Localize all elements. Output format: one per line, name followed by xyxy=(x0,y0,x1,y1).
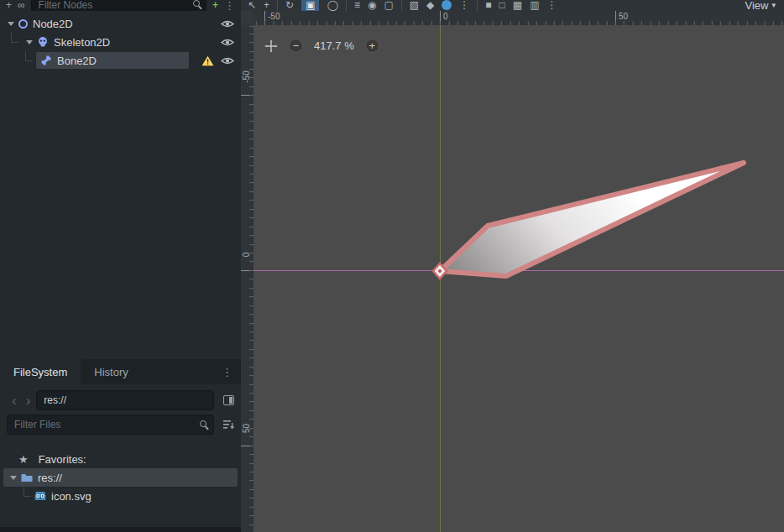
ruler-corner xyxy=(241,11,253,25)
chevron-down-icon[interactable] xyxy=(26,40,33,44)
visibility-eye-icon[interactable] xyxy=(221,19,234,29)
list-select-icon[interactable]: ≡ xyxy=(354,0,360,10)
bone2d-gizmo[interactable] xyxy=(253,25,784,532)
horizontal-ruler[interactable]: -50 0 50 xyxy=(253,11,784,25)
zoom-in-button[interactable]: + xyxy=(365,39,379,53)
instance-scene-icon[interactable]: ∞ xyxy=(18,0,25,10)
pivot-icon[interactable]: ◉ xyxy=(368,0,376,10)
snap-icon[interactable]: ◆ xyxy=(426,0,434,10)
ruler-label: 50 xyxy=(242,416,251,441)
pan-icon[interactable]: ▢ xyxy=(384,0,393,10)
tab-label: History xyxy=(94,366,128,378)
tree-connector xyxy=(24,487,31,497)
view-menu-label: View xyxy=(745,0,769,11)
ruler-label: -50 xyxy=(242,65,251,90)
attach-script-icon[interactable]: + xyxy=(212,0,218,10)
godot-file-icon xyxy=(34,491,46,502)
scene-filter-wrap xyxy=(31,0,206,11)
ungroup-icon[interactable]: ▥ xyxy=(530,0,539,10)
file-filter-input[interactable] xyxy=(7,415,214,435)
ruler-tick xyxy=(440,11,441,25)
node2d-icon xyxy=(18,19,28,29)
scene-filter-input[interactable] xyxy=(31,0,206,11)
skeleton-options-icon[interactable]: ⋮ xyxy=(547,0,557,10)
dock-tabbar: FileSystem History ⋮ xyxy=(0,359,241,384)
snap-options-icon[interactable]: ⋮ xyxy=(459,0,469,10)
godot-editor-window: + ∞ + ⋮ Node2D xyxy=(0,0,784,532)
selected-tool-button[interactable]: ▣ xyxy=(301,0,319,11)
tree-connector xyxy=(25,51,33,61)
tree-row-res[interactable]: res:// xyxy=(3,468,238,487)
node-label: Node2D xyxy=(33,18,73,30)
canvas-row: -50 0 50 xyxy=(241,25,784,532)
scale-tool-icon[interactable]: ◯ xyxy=(327,0,337,10)
ruler-row: -50 0 50 xyxy=(241,11,784,25)
favorites-header: ★ Favorites: xyxy=(0,450,241,468)
warning-icon[interactable] xyxy=(201,55,214,66)
sort-files-icon[interactable] xyxy=(222,420,234,430)
zoom-out-button[interactable]: − xyxy=(289,39,303,53)
viewport-2d: ↖ + ↻ ▣ ◯ ≡ ◉ ▢ ▧ ◆ ⋮ ■ □ ▦ ▥ ⋮ xyxy=(241,0,784,532)
left-dock: + ∞ + ⋮ Node2D xyxy=(0,0,241,532)
file-filter-wrap xyxy=(7,415,214,435)
tree-row-node2d[interactable]: Node2D xyxy=(0,14,241,33)
rotate-tool-icon[interactable]: ↻ xyxy=(285,0,294,10)
tree-row-skeleton2d[interactable]: Skeleton2D xyxy=(0,33,241,51)
ruler-tick xyxy=(615,11,616,25)
vertical-ruler[interactable]: -50 0 50 xyxy=(241,25,253,532)
unlock-icon[interactable]: □ xyxy=(499,0,505,10)
ruler-tick xyxy=(241,270,253,271)
visibility-eye-icon[interactable] xyxy=(221,38,234,47)
visibility-eye-icon[interactable] xyxy=(221,56,234,65)
bottom-panel-edge xyxy=(0,527,241,532)
scene-tree: Node2D Skeleton2D xyxy=(0,11,241,359)
ruler-tick xyxy=(264,11,265,25)
forward-icon[interactable]: › xyxy=(23,394,34,408)
scene-dock-menu-icon[interactable]: ⋮ xyxy=(224,0,235,11)
ruler-mode-icon[interactable]: ▧ xyxy=(410,0,419,10)
toolbar-separator xyxy=(401,0,402,11)
tab-filesystem[interactable]: FileSystem xyxy=(0,359,81,384)
ruler-label: -50 xyxy=(268,12,280,21)
scene-dock-toolbar: + ∞ + ⋮ xyxy=(0,0,241,11)
ruler-label: 0 xyxy=(242,243,251,268)
move-tool-icon[interactable]: + xyxy=(264,0,269,10)
skeleton2d-icon xyxy=(37,36,49,48)
toggle-split-mode-icon[interactable] xyxy=(223,395,234,405)
chevron-down-icon[interactable] xyxy=(10,476,17,480)
add-node-icon[interactable]: + xyxy=(6,0,12,10)
node-label: Skeleton2D xyxy=(54,36,110,49)
bone-shape[interactable] xyxy=(440,163,744,276)
favorites-label: Favorites: xyxy=(39,453,86,466)
canvas-2d[interactable]: − 417.7 % + xyxy=(253,25,784,532)
filesystem-filter-row xyxy=(0,415,241,440)
toolbar-separator xyxy=(477,0,478,11)
tab-history[interactable]: History xyxy=(81,359,141,384)
tree-row-bone2d[interactable]: Bone2D xyxy=(0,51,241,70)
search-icon xyxy=(193,0,200,7)
ruler-label: 0 xyxy=(443,12,448,21)
ruler-tick xyxy=(241,95,253,96)
bone2d-icon xyxy=(40,55,52,66)
center-view-icon[interactable] xyxy=(264,39,278,53)
selected-row-highlight[interactable]: Bone2D xyxy=(36,52,189,69)
lock-icon[interactable]: ■ xyxy=(485,0,491,10)
tree-connector xyxy=(11,33,18,43)
select-tool-icon[interactable]: ↖ xyxy=(248,0,256,10)
view-menu-button[interactable]: View ▾ xyxy=(745,0,776,11)
group-icon[interactable]: ▦ xyxy=(513,0,522,10)
filesystem-nav-row: ‹ › xyxy=(0,384,241,415)
item-label: res:// xyxy=(38,472,62,484)
star-icon: ★ xyxy=(18,453,29,466)
chevron-down-icon[interactable] xyxy=(8,22,14,26)
back-icon[interactable]: ‹ xyxy=(8,394,20,408)
current-path-input[interactable] xyxy=(36,390,214,410)
filesystem-tree: ★ Favorites: res:// xyxy=(0,440,241,527)
ruler-label: 50 xyxy=(619,12,628,21)
dock-menu-icon[interactable]: ⋮ xyxy=(222,367,241,378)
sphere-icon[interactable] xyxy=(442,0,452,10)
zoom-level-label[interactable]: 417.7 % xyxy=(314,39,354,52)
folder-icon xyxy=(21,472,33,482)
tree-row-icon-svg[interactable]: icon.svg xyxy=(0,487,241,505)
filesystem-dock: FileSystem History ⋮ ‹ › xyxy=(0,359,241,527)
